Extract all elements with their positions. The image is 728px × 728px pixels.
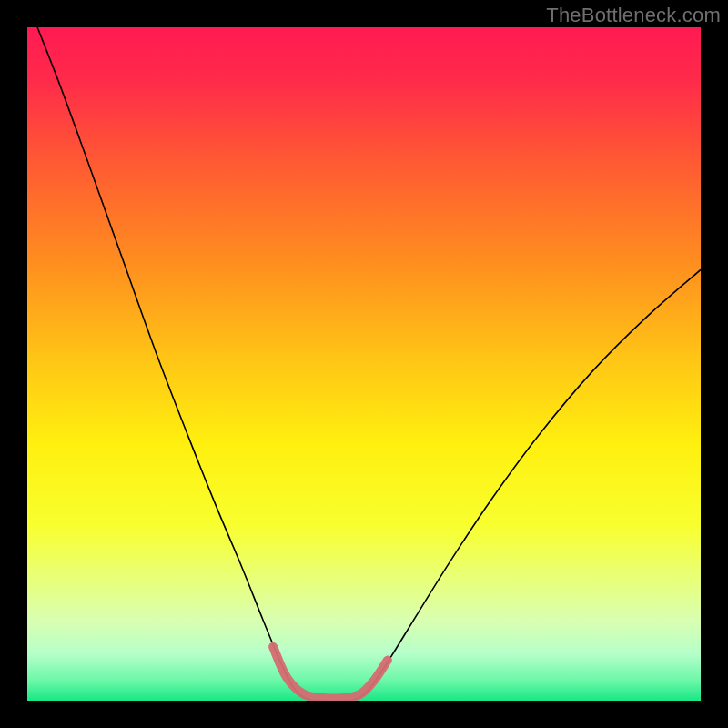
chart-frame: TheBottleneck.com	[0, 0, 728, 728]
plot-area	[27, 27, 701, 701]
chart-svg	[27, 27, 701, 701]
watermark-text: TheBottleneck.com	[546, 4, 721, 27]
